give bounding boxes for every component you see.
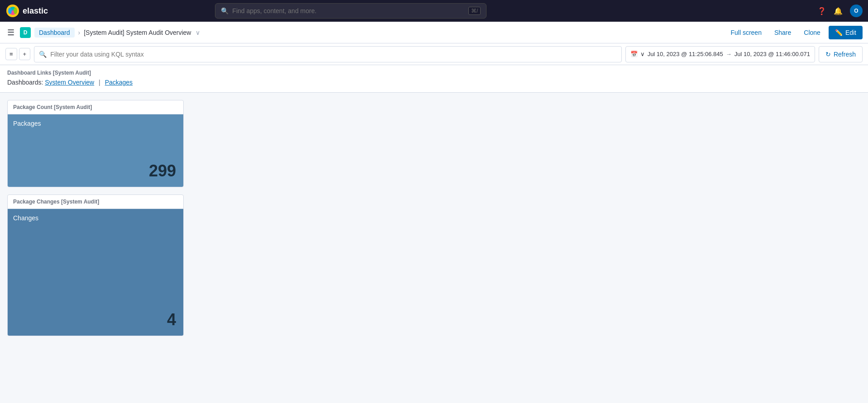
breadcrumb-d-badge[interactable]: D <box>20 27 31 38</box>
svg-point-3 <box>8 8 12 14</box>
top-navigation: elastic 🔍 ⌘/ ❓ 🔔 O <box>0 0 868 22</box>
search-shortcut: ⌘/ <box>468 7 481 15</box>
widgets-area: Package Count [System Audit] Packages 29… <box>0 93 868 343</box>
package-changes-title: Package Changes [System Audit] <box>8 195 183 209</box>
elastic-logo[interactable]: elastic <box>5 4 48 18</box>
breadcrumb-current-page: [System Audit] System Audit Overview <box>84 29 191 36</box>
dashboards-row: Dashboards: System Overview | Packages <box>7 79 861 86</box>
package-count-content: Packages 299 <box>8 114 183 187</box>
package-count-title: Package Count [System Audit] <box>8 100 183 114</box>
clone-button[interactable]: Clone <box>799 26 825 39</box>
hamburger-button[interactable]: ☰ <box>5 26 16 39</box>
package-changes-value: 4 <box>167 310 176 329</box>
edit-label: Edit <box>845 29 856 36</box>
date-range-picker[interactable]: 📅 ∨ Jul 10, 2023 @ 11:25:06.845 → Jul 10… <box>625 46 815 62</box>
system-overview-link[interactable]: System Overview <box>45 79 94 86</box>
package-changes-label: Changes <box>13 214 38 222</box>
dashboard-links-title: Dashboard Links [System Audit] <box>7 70 861 76</box>
global-search-input[interactable] <box>232 7 465 14</box>
content-area: Dashboard Links [System Audit] Dashboard… <box>0 65 868 343</box>
refresh-icon: ↻ <box>825 51 831 58</box>
nav-icons-group: ❓ 🔔 O <box>817 5 863 17</box>
fullscreen-button[interactable]: Full screen <box>726 26 766 39</box>
breadcrumb-separator: › <box>78 29 81 36</box>
filter-options-icon: ≡ <box>10 51 13 57</box>
user-avatar[interactable]: O <box>850 5 863 17</box>
search-filter-icon: 🔍 <box>39 51 47 58</box>
packages-link[interactable]: Packages <box>105 79 133 86</box>
help-icon[interactable]: ❓ <box>817 7 826 15</box>
package-count-value: 299 <box>149 161 176 180</box>
breadcrumb-bar: ☰ D Dashboard › [System Audit] System Au… <box>0 22 868 43</box>
date-from: Jul 10, 2023 @ 11:25:06.845 <box>648 51 723 57</box>
date-to: Jul 10, 2023 @ 11:46:00.071 <box>734 51 810 57</box>
package-changes-widget: Package Changes [System Audit] Changes 4 <box>7 194 184 336</box>
dashboard-links-panel: Dashboard Links [System Audit] Dashboard… <box>0 65 868 93</box>
package-count-label: Packages <box>13 120 41 127</box>
breadcrumb-dashboard-link[interactable]: Dashboard <box>34 28 75 38</box>
elastic-logo-text: elastic <box>23 6 48 16</box>
kql-filter-input-wrap[interactable]: 🔍 <box>34 46 621 62</box>
news-icon[interactable]: 🔔 <box>834 7 843 15</box>
global-search-bar[interactable]: 🔍 ⌘/ <box>215 3 486 19</box>
date-arrow: → <box>726 51 732 57</box>
dashboards-label: Dashboards: <box>7 79 43 86</box>
plus-icon: + <box>23 51 27 57</box>
pencil-icon: ✏️ <box>835 29 843 36</box>
kql-filter-input[interactable] <box>50 51 616 58</box>
edit-button[interactable]: ✏️ Edit <box>829 26 863 39</box>
link-separator: | <box>99 79 100 86</box>
refresh-label: Refresh <box>834 51 856 58</box>
date-range-chevron: ∨ <box>640 51 645 57</box>
add-filter-button[interactable]: + <box>19 48 31 60</box>
package-changes-content: Changes 4 <box>8 209 183 336</box>
refresh-button[interactable]: ↻ Refresh <box>819 46 863 62</box>
filter-options-button[interactable]: ≡ <box>5 48 17 60</box>
package-count-widget: Package Count [System Audit] Packages 29… <box>7 100 184 187</box>
breadcrumb-chevron-icon[interactable]: ∨ <box>196 29 200 36</box>
share-button[interactable]: Share <box>770 26 796 39</box>
breadcrumb-actions: Full screen Share Clone ✏️ Edit <box>726 26 863 39</box>
calendar-icon: 📅 <box>630 51 638 57</box>
svg-point-4 <box>14 8 17 14</box>
elastic-logo-icon <box>5 4 20 18</box>
filter-controls: ≡ + <box>5 48 30 60</box>
filter-bar: ≡ + 🔍 📅 ∨ Jul 10, 2023 @ 11:25:06.845 → … <box>0 43 868 65</box>
search-icon: 🔍 <box>221 7 229 14</box>
